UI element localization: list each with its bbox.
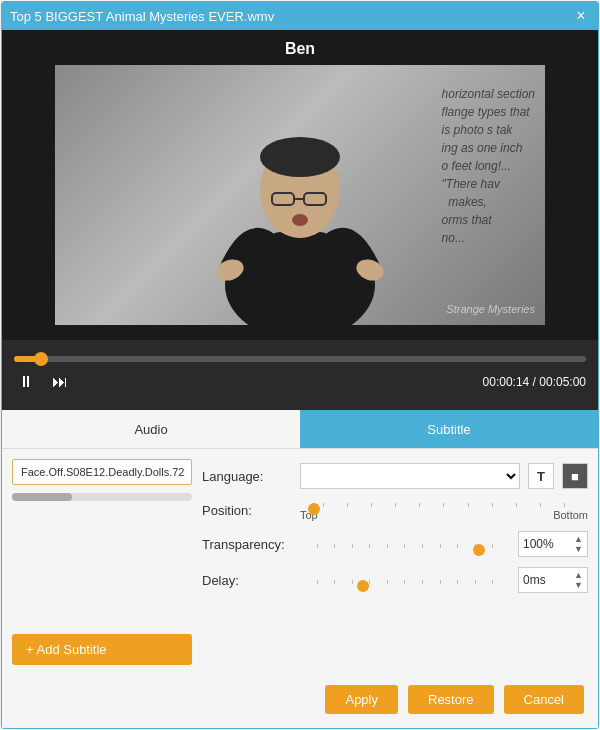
transparency-row: Transparency:: [202, 531, 588, 557]
transparency-arrows[interactable]: ▲ ▼: [574, 534, 583, 554]
language-select[interactable]: [300, 463, 520, 489]
controls-row: ⏸ ⏭ 00:00:14 / 00:05:00: [14, 370, 586, 394]
video-frame: horizontal section flange types that is …: [55, 65, 545, 325]
scrollbar-thumb[interactable]: [12, 493, 72, 501]
tab-subtitle[interactable]: Subtitle: [300, 410, 598, 448]
position-ticks: [300, 499, 588, 507]
controls-bar: ⏸ ⏭ 00:00:14 / 00:05:00: [2, 340, 598, 410]
text-style-button[interactable]: T: [528, 463, 554, 489]
right-panel: Language: T ■ Position:: [202, 459, 588, 665]
main-window: Top 5 BIGGEST Animal Mysteries EVER.wmv …: [1, 1, 599, 729]
controls-left: ⏸ ⏭: [14, 370, 72, 394]
delay-arrows[interactable]: ▲ ▼: [574, 570, 583, 590]
video-area: Ben: [2, 30, 598, 340]
progress-knob[interactable]: [34, 352, 48, 366]
video-host-name: Ben: [2, 40, 598, 58]
svg-point-6: [292, 214, 308, 226]
position-row: Position:: [202, 499, 588, 521]
transparency-value: 100%: [523, 537, 554, 551]
window-title: Top 5 BIGGEST Animal Mysteries EVER.wmv: [10, 9, 274, 24]
delay-label: Delay:: [202, 573, 292, 588]
position-knob[interactable]: [308, 503, 320, 515]
person-silhouette: [200, 95, 400, 325]
apply-button[interactable]: Apply: [325, 685, 398, 714]
position-right-label: Bottom: [553, 509, 588, 521]
delay-row: Delay: 0ms: [202, 567, 588, 593]
transparency-knob[interactable]: [473, 544, 485, 556]
close-button[interactable]: ×: [572, 7, 590, 25]
restore-button[interactable]: Restore: [408, 685, 494, 714]
footer-buttons: Apply Restore Cancel: [2, 675, 598, 728]
position-label: Position:: [202, 503, 292, 518]
time-display: 00:00:14 / 00:05:00: [483, 375, 586, 389]
tabs-content: Face.Off.S08E12.Deadly.Dolls.72 + Add Su…: [2, 449, 598, 675]
transparency-label: Transparency:: [202, 537, 292, 552]
tabs-header: Audio Subtitle: [2, 410, 598, 449]
current-time: 00:00:14: [483, 375, 530, 389]
tabs-panel: Audio Subtitle Face.Off.S08E12.Deadly.Do…: [2, 410, 598, 728]
title-bar: Top 5 BIGGEST Animal Mysteries EVER.wmv …: [2, 2, 598, 30]
text-overlay: horizontal section flange types that is …: [442, 85, 535, 247]
progress-bar[interactable]: [14, 356, 586, 362]
tab-audio[interactable]: Audio: [2, 410, 300, 448]
left-panel: Face.Off.S08E12.Deadly.Dolls.72 + Add Su…: [12, 459, 192, 665]
svg-point-2: [260, 137, 340, 177]
delay-ticks: [300, 576, 510, 584]
subtitle-item[interactable]: Face.Off.S08E12.Deadly.Dolls.72: [12, 459, 192, 485]
scrollbar-track[interactable]: [12, 493, 192, 501]
next-button[interactable]: ⏭: [48, 370, 72, 394]
delay-knob[interactable]: [357, 580, 369, 592]
language-label: Language:: [202, 469, 292, 484]
total-time: 00:05:00: [539, 375, 586, 389]
cancel-button[interactable]: Cancel: [504, 685, 584, 714]
position-labels: Top Bottom: [300, 509, 588, 521]
language-row: Language: T ■: [202, 463, 588, 489]
delay-value: 0ms: [523, 573, 546, 587]
transparency-spinbox[interactable]: 100% ▲ ▼: [518, 531, 588, 557]
watermark: Strange Mysteries: [446, 303, 535, 315]
bg-color-button[interactable]: ■: [562, 463, 588, 489]
delay-spinbox[interactable]: 0ms ▲ ▼: [518, 567, 588, 593]
add-subtitle-button[interactable]: + Add Subtitle: [12, 634, 192, 665]
pause-button[interactable]: ⏸: [14, 370, 38, 394]
